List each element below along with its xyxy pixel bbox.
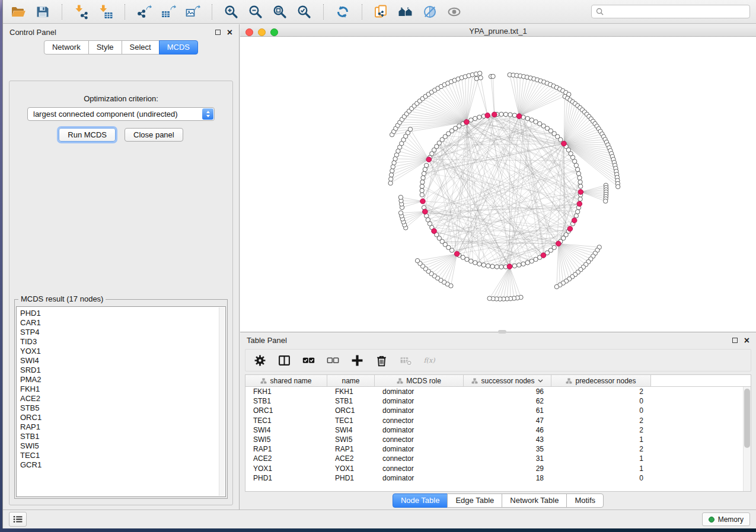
delete-column-icon[interactable] xyxy=(374,353,388,367)
mcds-result-item[interactable]: TEC1 xyxy=(20,451,222,460)
table-panel-title: Table Panel xyxy=(247,336,287,345)
network-window-titlebar[interactable]: YPA_prune.txt_1 xyxy=(240,26,756,37)
export-image-icon[interactable] xyxy=(183,2,202,21)
mcds-result-item[interactable]: SWI5 xyxy=(20,441,222,451)
refresh-icon[interactable] xyxy=(333,2,352,21)
close-panel-icon[interactable]: × xyxy=(227,30,232,36)
task-list-icon xyxy=(13,515,23,523)
cell-name: ORC1 xyxy=(327,406,375,415)
window-maximize-icon[interactable] xyxy=(270,28,278,36)
mcds-result-item[interactable]: YOX1 xyxy=(20,347,222,356)
table-row[interactable]: ACE2ACE2connector311 xyxy=(245,454,751,463)
mcds-result-item[interactable]: STB5 xyxy=(20,403,222,413)
table-row[interactable]: YOX1YOX1connector291 xyxy=(245,464,751,473)
zoom-fit-icon[interactable] xyxy=(270,2,289,21)
close-table-panel-icon[interactable]: × xyxy=(744,338,749,344)
save-session-icon[interactable] xyxy=(33,2,52,21)
table-row[interactable]: TEC1TEC1connector472 xyxy=(245,416,751,425)
cell-shared-name: SWI4 xyxy=(245,426,327,434)
close-panel-button[interactable]: Close panel xyxy=(125,128,183,142)
optimization-criterion-value: largest connected component (undirected) xyxy=(33,110,178,118)
column-header-shared-name[interactable]: shared name xyxy=(245,375,327,386)
column-header-predecessor-nodes[interactable]: predecessor nodes xyxy=(551,375,651,386)
mcds-list-scrollbar[interactable] xyxy=(219,307,225,496)
node-table: shared namenameMCDS rolesuccessor nodesp… xyxy=(245,374,751,492)
mcds-result-item[interactable]: ACE2 xyxy=(20,394,222,403)
hide-selected-icon[interactable] xyxy=(420,2,439,21)
table-scrollbar-thumb[interactable] xyxy=(744,389,750,448)
tab-select[interactable]: Select xyxy=(122,40,160,55)
mcds-result-groupbox: MCDS result (17 nodes) PHD1CAR1STP4TID3Y… xyxy=(14,299,228,499)
group-nodes-icon[interactable] xyxy=(396,2,415,21)
table-tab-network-table[interactable]: Network Table xyxy=(502,493,567,508)
cell-successor-nodes: 43 xyxy=(464,435,551,444)
table-row[interactable]: STB1STB1dominator620 xyxy=(245,396,751,406)
tab-mcds[interactable]: MCDS xyxy=(159,40,198,55)
window-minimize-icon[interactable] xyxy=(258,28,266,36)
optimization-criterion-select[interactable]: largest connected component (undirected) xyxy=(27,107,215,121)
table-row[interactable]: SWI4SWI4dominator462 xyxy=(245,425,751,435)
table-scrollbar[interactable] xyxy=(743,387,751,491)
column-header-name[interactable]: name xyxy=(327,375,375,386)
memory-button[interactable]: Memory xyxy=(702,512,750,526)
mcds-result-item[interactable]: ORC1 xyxy=(20,413,222,422)
zoom-in-icon[interactable] xyxy=(222,2,241,21)
cell-name: ACE2 xyxy=(327,454,375,463)
mcds-result-item[interactable]: GCR1 xyxy=(20,460,222,470)
table-row[interactable]: RAP1RAP1dominator352 xyxy=(245,444,751,454)
deselect-all-icon[interactable] xyxy=(326,353,340,367)
table-tab-motifs[interactable]: Motifs xyxy=(566,493,604,508)
window-close-icon[interactable] xyxy=(245,28,253,36)
show-hidden-icon[interactable] xyxy=(445,2,464,21)
mcds-result-item[interactable]: SRD1 xyxy=(20,366,222,375)
select-all-icon[interactable] xyxy=(301,353,315,367)
mcds-tab-content: Optimization criterion: largest connecte… xyxy=(9,81,233,505)
column-header-successor-nodes[interactable]: successor nodes xyxy=(464,375,551,386)
clone-network-icon[interactable] xyxy=(372,2,391,21)
mcds-result-item[interactable]: PHD1 xyxy=(20,309,222,318)
columns-icon[interactable] xyxy=(277,353,291,367)
network-graph xyxy=(240,37,756,332)
mcds-result-item[interactable]: STB1 xyxy=(20,432,222,441)
table-row[interactable]: ORC1ORC1dominator610 xyxy=(245,406,751,415)
mcds-result-item[interactable]: PMA2 xyxy=(20,375,222,384)
mcds-result-item[interactable]: SWI4 xyxy=(20,356,222,366)
mcds-result-item[interactable]: CAR1 xyxy=(20,318,222,328)
table-row[interactable]: SWI5SWI5connector431 xyxy=(245,435,751,444)
memory-status-icon xyxy=(709,517,714,523)
cell-successor-nodes: 46 xyxy=(464,426,551,434)
function-builder-icon: f(x) xyxy=(423,353,437,367)
zoom-selected-icon[interactable] xyxy=(295,2,314,21)
network-canvas[interactable] xyxy=(240,37,756,332)
run-mcds-button[interactable]: Run MCDS xyxy=(59,128,116,142)
mcds-result-item[interactable]: STP4 xyxy=(20,328,222,337)
table-tab-node-table[interactable]: Node Table xyxy=(393,493,448,508)
export-table-icon[interactable] xyxy=(159,2,178,21)
export-network-icon[interactable] xyxy=(135,2,154,21)
search-box[interactable] xyxy=(591,5,750,18)
task-history-button[interactable] xyxy=(9,512,27,527)
float-panel-icon[interactable] xyxy=(215,30,221,35)
import-network-icon[interactable] xyxy=(72,2,91,21)
splitter-handle[interactable] xyxy=(498,330,506,334)
column-header-MCDS-role[interactable]: MCDS role xyxy=(375,375,464,386)
mcds-result-item[interactable]: TID3 xyxy=(20,337,222,347)
gear-icon[interactable] xyxy=(253,353,267,367)
table-row[interactable]: FKH1FKH1dominator962 xyxy=(245,387,751,396)
open-file-icon[interactable] xyxy=(9,2,28,21)
mcds-result-item[interactable]: RAP1 xyxy=(20,422,222,432)
toolbar-separator xyxy=(212,4,212,20)
add-column-icon[interactable] xyxy=(350,353,364,367)
zoom-out-icon[interactable] xyxy=(246,2,265,21)
mcds-result-item[interactable]: FKH1 xyxy=(20,384,222,394)
tab-network[interactable]: Network xyxy=(44,40,89,55)
float-table-panel-icon[interactable] xyxy=(732,338,738,343)
table-tab-edge-table[interactable]: Edge Table xyxy=(447,493,502,508)
search-input[interactable] xyxy=(607,8,745,16)
tab-style[interactable]: Style xyxy=(88,40,122,55)
cell-mcds-role: dominator xyxy=(375,474,464,482)
cell-shared-name: YOX1 xyxy=(245,464,327,473)
import-table-icon[interactable] xyxy=(96,2,115,21)
mcds-result-list[interactable]: PHD1CAR1STP4TID3YOX1SWI4SRD1PMA2FKH1ACE2… xyxy=(16,306,226,497)
table-row[interactable]: PHD1PHD1dominator180 xyxy=(245,473,751,483)
